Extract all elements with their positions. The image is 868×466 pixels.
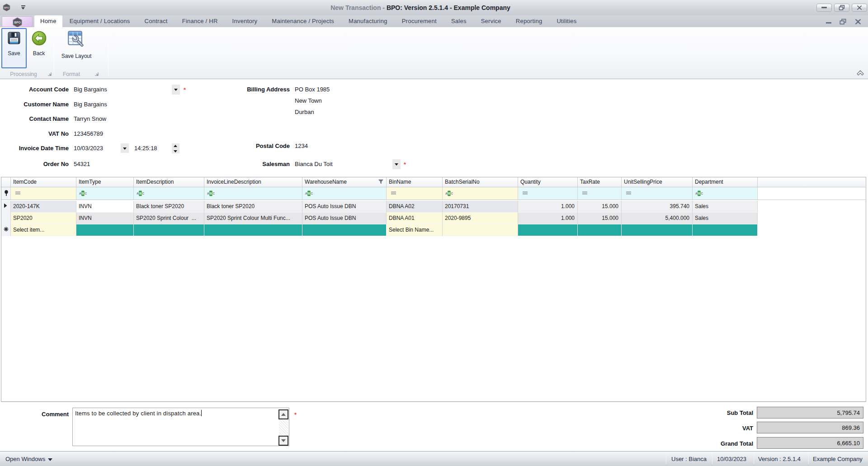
svg-text:B: B: [210, 192, 212, 195]
svg-text:A: A: [137, 192, 139, 195]
svg-text:C: C: [701, 192, 703, 195]
svg-text:C: C: [142, 192, 144, 195]
svg-text:B: B: [139, 192, 142, 195]
svg-text:A: A: [207, 192, 209, 195]
svg-text:B: B: [308, 192, 310, 195]
svg-text:A: A: [445, 192, 448, 195]
svg-text:B: B: [698, 192, 700, 195]
svg-text:A: A: [79, 192, 81, 195]
svg-text:C: C: [311, 192, 313, 195]
svg-text:B: B: [82, 192, 84, 195]
svg-text:A: A: [305, 192, 307, 195]
svg-text:B: B: [448, 192, 450, 195]
svg-text:C: C: [212, 192, 215, 195]
svg-text:A: A: [695, 192, 698, 195]
svg-text:BPO: BPO: [14, 21, 20, 24]
svg-text:C: C: [451, 192, 453, 195]
svg-text:C: C: [85, 192, 87, 195]
